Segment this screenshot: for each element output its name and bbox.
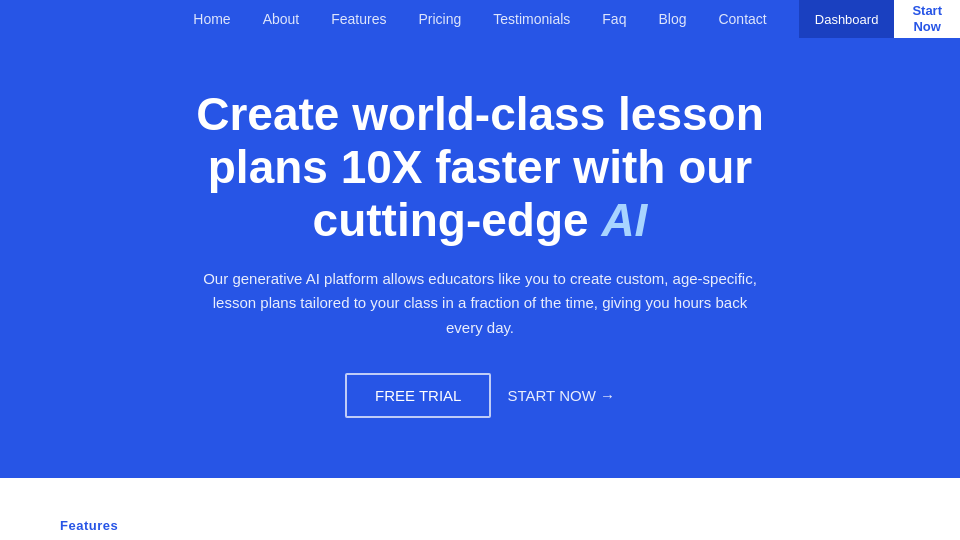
nav-right: Dashboard Start Now [799,0,960,38]
nav-links: HomeAboutFeaturesPricingTestimonialsFaqB… [193,11,766,27]
hero-buttons: FREE TRIAL START NOW → [40,373,920,418]
features-label: Features [60,518,900,533]
nav-link-contact[interactable]: Contact [718,11,766,27]
nav-link-home[interactable]: Home [193,11,230,27]
start-now-nav-button[interactable]: Start Now [894,0,960,38]
navbar: HomeAboutFeaturesPricingTestimonialsFaqB… [0,0,960,38]
nav-link-testimonials[interactable]: Testimonials [493,11,570,27]
dashboard-button[interactable]: Dashboard [799,0,895,38]
hero-headline: Create world-class lesson plans 10X fast… [140,88,820,247]
start-now-button[interactable]: START NOW → [507,387,615,404]
hero-section: Create world-class lesson plans 10X fast… [0,38,960,478]
features-section: Features Benefits of AI Lesson Plan Our … [0,478,960,540]
nav-link-features[interactable]: Features [331,11,386,27]
nav-link-about[interactable]: About [263,11,300,27]
nav-link-blog[interactable]: Blog [658,11,686,27]
free-trial-button[interactable]: FREE TRIAL [345,373,491,418]
nav-link-pricing[interactable]: Pricing [418,11,461,27]
nav-link-faq[interactable]: Faq [602,11,626,27]
hero-description: Our generative AI platform allows educat… [200,267,760,341]
